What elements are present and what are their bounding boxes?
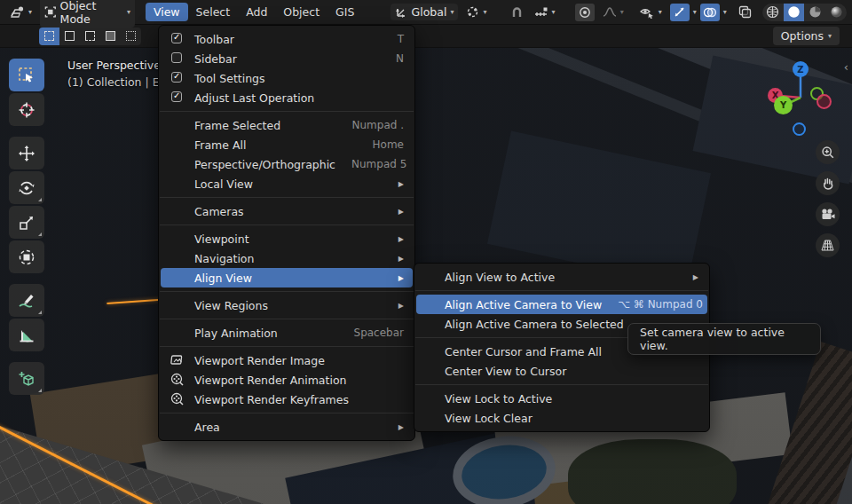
gizmo-neg-x-axis[interactable] [816, 94, 832, 109]
menu-select[interactable]: Select [188, 3, 239, 21]
submenu-item-center-view-to-cursor[interactable]: Center View to Cursor [416, 361, 707, 381]
perspective-toggle-button[interactable] [816, 233, 840, 257]
shading-wireframe-button[interactable] [762, 4, 784, 21]
measure-tool[interactable] [9, 319, 44, 351]
overlays-icon [703, 6, 717, 19]
menu-item-frame-selected[interactable]: Frame SelectedNumpad . [161, 115, 413, 135]
menu-separator [160, 346, 414, 347]
menu-item-frame-all[interactable]: Frame AllHome [161, 135, 413, 154]
select-mode-extend-button[interactable] [59, 28, 80, 45]
move-tool[interactable] [9, 137, 44, 169]
tool-submenu-indicator [38, 232, 42, 236]
render-image-icon [170, 353, 184, 366]
menu-item-perspective-orthographic[interactable]: Perspective/OrthographicNumpad 5 [161, 154, 413, 174]
object-visibility-dropdown[interactable]: ▾ [635, 4, 667, 20]
options-label: Options [781, 29, 824, 43]
menu-item-sidebar[interactable]: SidebarN [161, 49, 413, 68]
pan-button[interactable] [816, 171, 840, 195]
editor-type-selector[interactable]: ▾ [5, 4, 36, 20]
topbar: ▾ Object Mode ▾ View Select Add Object G… [0, 0, 852, 25]
menu-item-view-regions[interactable]: View Regions▶ [161, 295, 413, 315]
gizmos-toggle[interactable] [670, 4, 690, 21]
snap-toggle[interactable] [507, 4, 526, 21]
checkbox-unchecked-icon [171, 52, 182, 63]
menu-bar: View Select Add Object GIS [146, 3, 362, 21]
view-menu-dropdown: ToolbarT SidebarN Tool Settings Adjust L… [158, 25, 415, 441]
select-mode-subtract-button[interactable] [80, 28, 100, 45]
mode-dropdown[interactable]: Object Mode ▾ [40, 0, 135, 28]
select-mode-set-button[interactable] [39, 28, 59, 45]
submenu-item-align-view-to-active[interactable]: Align View to Active▶ [416, 267, 707, 287]
pivot-point-icon [466, 5, 479, 19]
overlays-toggle[interactable] [700, 4, 720, 21]
gizmo-y-axis[interactable]: Y [774, 96, 793, 114]
menu-view[interactable]: View [146, 3, 188, 21]
shading-rendered-button[interactable] [825, 4, 847, 21]
view-perspective-label: User Perspective [67, 59, 167, 72]
chevron-down-icon[interactable]: ▾ [723, 9, 727, 16]
menu-item-local-view[interactable]: Local View▶ [161, 174, 413, 193]
menu-item-viewport-render-animation[interactable]: Viewport Render Animation [161, 370, 413, 390]
transform-orientation-dropdown[interactable]: Global ▾ [390, 4, 459, 20]
menu-item-toolbar[interactable]: ToolbarT [161, 29, 413, 49]
menu-gis[interactable]: GIS [327, 3, 362, 21]
add-cube-icon [18, 370, 36, 388]
shading-solid-button[interactable] [784, 4, 805, 21]
xray-toggle[interactable] [736, 4, 755, 21]
add-primitive-tool[interactable] [9, 362, 44, 395]
camera-icon [820, 208, 835, 221]
hand-icon [821, 177, 835, 191]
select-box-tool[interactable] [9, 59, 44, 91]
zoom-button[interactable] [816, 140, 840, 164]
blender-window: ▾ Object Mode ▾ View Select Add Object G… [0, 0, 852, 504]
cursor-tool[interactable] [9, 93, 44, 126]
menu-item-tool-settings[interactable]: Tool Settings [161, 68, 413, 88]
gizmo-arrows-icon [673, 5, 686, 19]
navigation-gizmo[interactable]: Z X Y [765, 55, 845, 144]
scale-tool[interactable] [9, 206, 44, 239]
tool-settings-bar: Options ▾ [0, 25, 852, 48]
menu-item-navigation[interactable]: Navigation▶ [161, 248, 413, 268]
select-mode-invert-button[interactable] [100, 28, 121, 45]
snap-target-dropdown[interactable]: ▾ [530, 4, 560, 20]
checkbox-checked-icon [171, 33, 182, 43]
menu-item-viewport-render-keyframes[interactable]: Viewport Render Keyframes [161, 390, 413, 409]
scale-icon [18, 214, 36, 232]
submenu-arrow-icon: ▶ [398, 208, 404, 216]
rotate-tool[interactable] [9, 171, 44, 204]
submenu-item-align-active-camera-to-view[interactable]: Align Active Camera to View⌥ ⌘ Numpad 0 [416, 295, 707, 314]
menu-object[interactable]: Object [275, 3, 327, 21]
submenu-item-view-lock-clear[interactable]: View Lock Clear [416, 408, 707, 428]
mode-label: Object Mode [60, 0, 123, 26]
menu-separator [160, 413, 414, 413]
menu-item-cameras[interactable]: Cameras▶ [161, 201, 413, 221]
proportional-editing-toggle[interactable] [575, 4, 595, 21]
gizmo-neg-z-axis[interactable] [793, 122, 806, 136]
menu-item-viewport-render-image[interactable]: Viewport Render Image [161, 350, 413, 370]
menu-item-area[interactable]: Area▶ [161, 417, 413, 437]
shading-material-button[interactable] [804, 4, 825, 21]
menu-add[interactable]: Add [238, 3, 275, 21]
sidebar-collapse-arrow[interactable]: ‹ [844, 60, 848, 74]
transform-tool[interactable] [9, 240, 44, 273]
select-mode-intersect-button[interactable] [121, 28, 141, 45]
menu-item-adjust-last-operation[interactable]: Adjust Last Operation [161, 88, 413, 107]
menu-item-play-animation[interactable]: Play AnimationSpacebar [161, 323, 413, 343]
annotate-tool[interactable] [9, 284, 44, 317]
options-dropdown[interactable]: Options ▾ [773, 27, 840, 45]
annotate-pencil-icon [18, 292, 36, 310]
camera-view-button[interactable] [816, 202, 840, 226]
chevron-down-icon[interactable]: ▾ [693, 9, 697, 16]
wireframe-icon [766, 5, 779, 19]
menu-item-viewpoint[interactable]: Viewpoint▶ [161, 229, 413, 248]
submenu-arrow-icon: ▶ [398, 180, 404, 188]
menu-item-align-view[interactable]: Align View▶ [161, 268, 413, 287]
gizmo-z-axis[interactable]: Z [793, 61, 809, 77]
film-reel-icon [170, 392, 184, 406]
viewport-info-overlay: User Perspective (1) Collection | EX [67, 59, 167, 89]
falloff-curve-icon [603, 6, 617, 18]
submenu-item-view-lock-to-active[interactable]: View Lock to Active [416, 389, 707, 408]
menu-separator [160, 197, 414, 198]
falloff-dropdown[interactable]: ▾ [598, 4, 628, 20]
pivot-point-dropdown[interactable]: ▾ [462, 4, 491, 20]
